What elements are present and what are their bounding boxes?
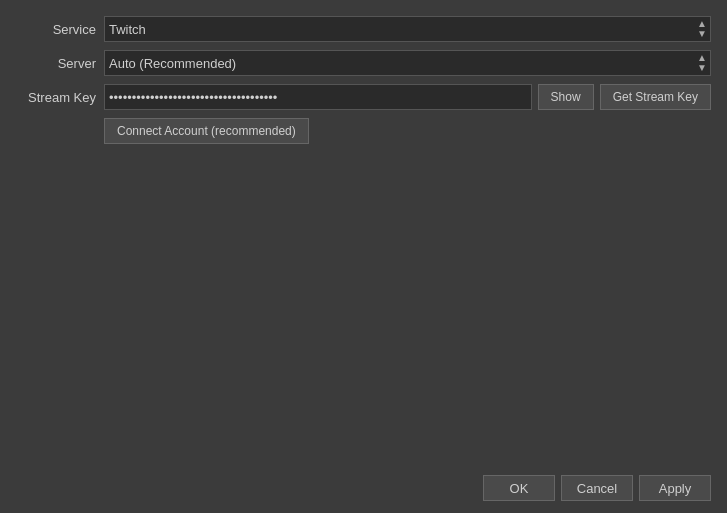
connect-account-row: Connect Account (recommended) xyxy=(104,118,711,144)
connect-account-button[interactable]: Connect Account (recommended) xyxy=(104,118,309,144)
service-select[interactable]: Twitch xyxy=(104,16,711,42)
service-label: Service xyxy=(16,22,96,37)
show-button[interactable]: Show xyxy=(538,84,594,110)
service-select-wrapper: Twitch ▲▼ xyxy=(104,16,711,42)
bottom-buttons: OK Cancel Apply xyxy=(16,467,711,501)
stream-key-row: Stream Key Show Get Stream Key xyxy=(16,84,711,110)
stream-key-label: Stream Key xyxy=(16,90,96,105)
stream-key-controls: Show Get Stream Key xyxy=(104,84,711,110)
form-area: Service Twitch ▲▼ Server Auto (Recommend… xyxy=(16,16,711,467)
server-row: Server Auto (Recommended) ▲▼ xyxy=(16,50,711,76)
main-container: Service Twitch ▲▼ Server Auto (Recommend… xyxy=(0,0,727,513)
cancel-button[interactable]: Cancel xyxy=(561,475,633,501)
apply-button[interactable]: Apply xyxy=(639,475,711,501)
stream-key-input[interactable] xyxy=(104,84,532,110)
get-stream-key-button[interactable]: Get Stream Key xyxy=(600,84,711,110)
service-row: Service Twitch ▲▼ xyxy=(16,16,711,42)
server-label: Server xyxy=(16,56,96,71)
server-select[interactable]: Auto (Recommended) xyxy=(104,50,711,76)
server-select-wrapper: Auto (Recommended) ▲▼ xyxy=(104,50,711,76)
ok-button[interactable]: OK xyxy=(483,475,555,501)
